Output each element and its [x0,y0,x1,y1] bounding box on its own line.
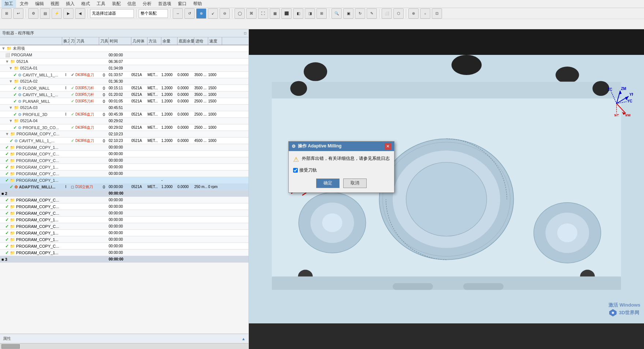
table-row[interactable]: ✓ ⚙ CAVITY_MILL_1_... ✓ D30R5刀杆 0 01:20:… [0,91,248,98]
table-row[interactable]: ✓ ⚙ FLOOR_WALL I ✓ D30R5刀杆 0 00:15:11 05… [0,85,248,91]
toolbar-btn-27[interactable]: ⊛ [408,8,419,19]
table-row[interactable]: ▼ 📁 0521A-01 01:34:09 [0,65,248,72]
toolbar-btn-10[interactable]: ⊕ [196,8,206,19]
table-row-selected[interactable]: ✓ ⚙ ADAPTIVE_MILLI... I □ D16立铣刀 0 00:00… [0,184,248,190]
menu-item-machining[interactable]: 加工 [1,0,16,8]
table-row[interactable]: ✓ ⚙ PROFILE_3D I ✓ D63R6盘刀 0 00:45:39 05… [0,111,248,118]
menu-item-insert[interactable]: 插入 [63,0,78,8]
table-row[interactable]: ✓ 📁 PROGRAM_COPY_1... - [0,177,248,184]
menu-item-analysis[interactable]: 分析 [140,0,154,8]
dialog-close-button[interactable]: ✕ [385,143,391,150]
col-header-speed[interactable]: 速度 [208,37,222,45]
table-row[interactable]: ✓ 📁 PROGRAM_COPY_1... 00:00:00 [0,249,248,256]
toolbar-btn-7[interactable]: ◀ [75,8,85,19]
toolbar-btn-9[interactable]: ↺ [184,8,195,19]
toolbar-btn-24[interactable]: ✎ [367,8,377,19]
toolbar-btn-21[interactable]: 🔍 [332,8,342,19]
table-row[interactable]: ✓ ⚙ CAVITY_MILL_1_... I ✓ D63R6盘刀 0 01:3… [0,72,248,78]
nav-expand-btn[interactable]: □ [244,31,246,35]
properties-expand-btn[interactable]: ▲ [242,337,246,341]
table-row[interactable]: ⬜ PROGRAM 00:00:00 [0,52,248,59]
table-row[interactable]: ✓ 📁 PROGRAM_COPY_C... 00:00:00 [0,151,248,157]
table-row[interactable]: ✓ ⚙ CAVITY_MILL_1_... ✓ D63R6盘刀 0 02:10:… [0,138,248,144]
toolbar-btn-16[interactable]: ▦ [270,8,280,19]
table-row[interactable]: ✓ 📁 PROGRAM_COPY_C... 00:00:00 [0,223,248,230]
col-header-name[interactable] [0,37,62,45]
toolbar-btn-2[interactable]: ↩ [13,8,23,19]
table-row[interactable]: ✓ 📁 PROGRAM_COPY_C... 00:00:00 [0,243,248,249]
toolbar-btn-17[interactable]: ⬛ [281,8,292,19]
col-header-change[interactable]: 换刀 [62,37,70,45]
menu-item-assembly[interactable]: 装配 [109,0,124,8]
filter-dropdown[interactable]: 无选择过滤器 [90,9,134,18]
menu-item-window[interactable]: 窗口 [175,0,190,8]
toolbar-btn-13[interactable]: ◯ [235,8,245,19]
toolbar-btn-26[interactable]: ⬡ [393,8,404,19]
col-header-toolnum[interactable]: 刀具... [99,37,109,45]
col-header-feed[interactable]: 进给 [194,37,208,45]
table-row[interactable]: ✓ 📁 PROGRAM_COPY_1... 00:00:00 [0,164,248,170]
table-row[interactable]: ✓ 📁 PROGRAM_COPY_C... 00:00:00 [0,157,248,164]
toolbar-btn-3[interactable]: ⚙ [28,8,38,19]
col-header-method[interactable]: 方法 [147,37,161,45]
toolbar-btn-29[interactable]: ⊡ [432,8,442,19]
table-row[interactable]: ✓ ⚙ PROFILE_3D_CO... ✓ D63R6盘刀 00:29:02 … [0,124,248,131]
table-row-section[interactable]: ■ 2 00:00:00 [0,190,248,197]
table-row[interactable]: ✓ 📁 PROGRAM_COPY_1... 00:00:00 [0,217,248,223]
menu-item-view[interactable]: 视图 [48,0,62,8]
menu-item-file[interactable]: 文件 [17,0,31,8]
toolbar-btn-19[interactable]: ◨ [305,8,315,19]
assembly-dropdown[interactable]: 整个装配 [139,9,168,18]
table-row[interactable]: ▼ 📁 0521A-03 00:45:51 [0,105,248,111]
dialog-ok-button[interactable]: 确定 [316,179,340,188]
toolbar-btn-11[interactable]: ↙ [208,8,218,19]
table-row[interactable]: ✓ 📁 PROGRAM_COPY_C... 00:00:00 [0,210,248,217]
col-header-tool[interactable]: 刀具 [75,37,99,45]
menu-item-info[interactable]: 信息 [124,0,139,8]
toolbar-btn-8[interactable]: ↔ [173,8,183,19]
menu-item-help[interactable]: 帮助 [190,0,205,8]
table-row[interactable]: ✓ 📁 PROGRAM_COPY_C... 00:00:00 [0,170,248,177]
menu-item-edit[interactable]: 编辑 [32,0,47,8]
col-header-knife[interactable]: 刀. [70,37,75,45]
table-row[interactable]: ▼ 📁 0521A 06:36:07 [0,59,248,65]
toolbar-btn-14[interactable]: ⌘ [246,8,257,19]
toolbar-btn-4[interactable]: ▤ [40,8,50,19]
horizontal-scrollbar[interactable] [0,343,248,349]
table-row[interactable]: ✓ ⚙ PLANAR_MILL ✓ D30R5刀杆 0 00:01:05 052… [0,98,248,105]
table-row[interactable]: ▼ 📁 0521A-04 00:29:02 [0,118,248,124]
toolbar-btn-28[interactable]: ⬦ [420,8,430,19]
scrollbar-horizontal-thumb[interactable] [1,344,20,349]
menu-item-tools[interactable]: 工具 [94,0,108,8]
table-row[interactable]: ✓ 📁 PROGRAM_COPY_1... 00:00:00 [0,230,248,236]
toolbar-btn-1[interactable]: ⊞ [1,8,12,19]
table-row-section[interactable]: ■ 3 00:00:00 [0,256,248,263]
dialog-cancel-button[interactable]: 取消 [343,179,367,188]
toolbar-btn-6[interactable]: ▶ [63,8,74,19]
table-row[interactable]: ✓ 📁 PROGRAM_COPY_C... 00:00:00 [0,197,248,203]
col-header-margin[interactable]: 余量 [161,37,177,45]
menu-item-preferences[interactable]: 首选项 [155,0,174,8]
toolbar-btn-5[interactable]: ⚡ [52,8,62,19]
toolbar-btn-23[interactable]: ↻ [355,8,365,19]
toolbar-btn-18[interactable]: ◧ [293,8,303,19]
toolbar-btn-15[interactable]: ⛶ [258,8,268,19]
table-row[interactable]: ▼ 📁 未用项 [0,45,248,52]
toolbar-btn-25[interactable]: ⬜ [382,8,392,19]
col-header-time[interactable]: 时间 [109,37,131,45]
dialog-box[interactable]: ⚙ 操作 Adaptive Milling ✕ ⚠ 外部库出错，有关详细信息，请… [288,141,394,193]
table-row[interactable]: ✓ 📁 PROGRAM_COPY_1... 00:00:00 [0,236,248,243]
col-header-floor[interactable]: 底面余量 [177,37,194,45]
table-row[interactable]: ▼ 📁 PROGRAM_COPY_C... 02:10:23 [0,131,248,138]
toolbar-btn-20[interactable]: ⊞ [317,8,327,19]
menu-item-format[interactable]: 格式 [78,0,93,8]
accept-toolpath-checkbox[interactable] [293,168,298,173]
table-row[interactable]: ✓ 📁 PROGRAM_COPY_C... 00:00:00 [0,203,248,210]
dialog-checkbox[interactable]: 接受刀轨 [293,167,390,173]
table-row[interactable]: ▼ 📁 0521A-02 01:36:30 [0,78,248,85]
toolbar-btn-22[interactable]: ▣ [343,8,353,19]
toolbar-btn-12[interactable]: ⊖ [220,8,230,19]
col-header-geo[interactable]: 几何体 [131,37,147,45]
table-body[interactable]: ▼ 📁 未用项 [0,45,248,334]
table-row[interactable]: ✓ 📁 PROGRAM_COPY_1... 00:00:00 [0,144,248,151]
